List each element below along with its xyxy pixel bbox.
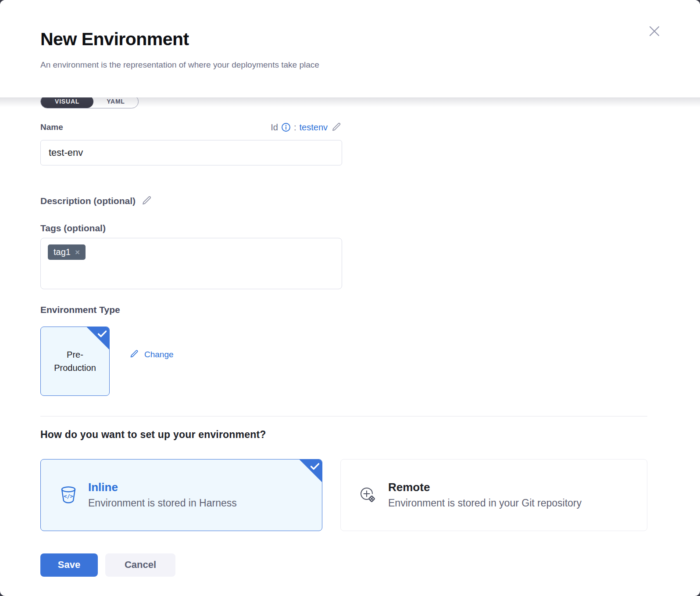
environment-type-card-preproduction[interactable]: Pre-Production <box>40 327 110 396</box>
tags-input[interactable]: tag1 × <box>40 238 342 289</box>
setup-option-remote[interactable]: Remote Environment is stored in your Git… <box>340 459 647 531</box>
pencil-icon <box>129 348 139 361</box>
section-divider <box>40 416 647 416</box>
description-row: Description (optional) <box>40 194 647 208</box>
environment-type-label: Environment Type <box>40 305 647 315</box>
setup-option-description: Environment is stored in Harness <box>88 497 237 509</box>
change-environment-type-button[interactable]: Change <box>129 348 174 361</box>
modal-header: New Environment An environment is the re… <box>0 0 700 97</box>
change-link-label: Change <box>144 350 174 359</box>
setup-heading: How do you want to set up your environme… <box>40 429 647 441</box>
selected-check-icon <box>86 327 110 350</box>
cancel-button[interactable]: Cancel <box>105 553 175 577</box>
id-value-link[interactable]: testenv <box>300 122 328 133</box>
environment-type-card-label: Pre-Production <box>50 348 100 374</box>
svg-text:</>: </> <box>64 493 73 499</box>
page-title: New Environment <box>40 29 660 50</box>
setup-option-text: Inline Environment is stored in Harness <box>88 481 237 509</box>
tag-remove-button[interactable]: × <box>75 248 80 256</box>
selected-check-icon <box>299 459 322 483</box>
tag-chip-label: tag1 <box>54 247 71 257</box>
environment-type-row: Pre-Production Change <box>40 327 647 396</box>
setup-option-text: Remote Environment is stored in your Git… <box>388 481 582 509</box>
id-row: Id : testenv <box>271 121 342 134</box>
edit-id-button[interactable] <box>331 121 342 134</box>
name-label: Name <box>40 122 63 132</box>
setup-option-title: Remote <box>388 481 582 494</box>
remote-git-icon <box>358 485 378 505</box>
modal-content: VISUAL YAML Name Id : testenv <box>0 97 700 596</box>
tags-label: Tags (optional) <box>40 223 647 233</box>
id-label: Id <box>271 122 278 133</box>
info-icon[interactable] <box>281 122 291 132</box>
setup-option-description: Environment is stored in your Git reposi… <box>388 497 582 509</box>
save-button[interactable]: Save <box>40 553 98 577</box>
pencil-icon <box>331 121 342 134</box>
tag-chip: tag1 × <box>48 244 86 260</box>
pencil-icon <box>141 194 153 208</box>
close-button[interactable] <box>646 24 662 39</box>
edit-description-button[interactable] <box>141 194 153 208</box>
setup-options-row: </> Inline Environment is stored in Harn… <box>40 459 647 531</box>
name-row: Name Id : testenv <box>40 121 342 134</box>
new-environment-modal: New Environment An environment is the re… <box>0 0 700 596</box>
setup-option-title: Inline <box>88 481 237 494</box>
inline-store-icon: </> <box>59 485 78 505</box>
name-input[interactable] <box>40 140 342 165</box>
modal-subtitle: An environment is the representation of … <box>40 60 660 70</box>
id-colon: : <box>294 122 296 133</box>
description-label: Description (optional) <box>40 196 136 206</box>
close-icon <box>647 33 662 40</box>
setup-option-inline[interactable]: </> Inline Environment is stored in Harn… <box>40 459 322 531</box>
action-buttons: Save Cancel <box>40 553 647 577</box>
